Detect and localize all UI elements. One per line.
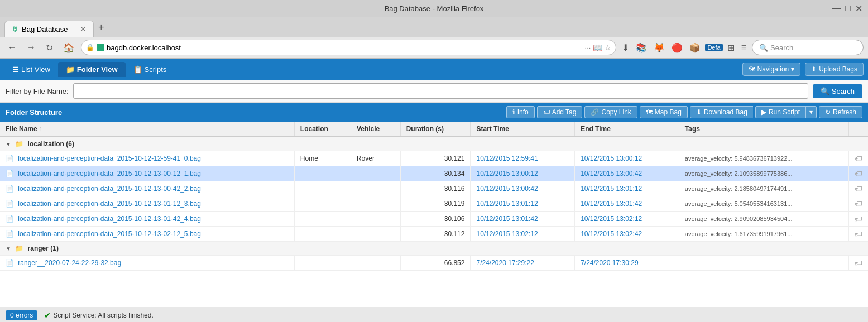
tag-action-icon[interactable]: 🏷 <box>855 214 862 223</box>
tag-action-cell[interactable]: 🏷 <box>849 166 869 181</box>
browser-search-box[interactable]: 🔍 Search <box>752 40 864 55</box>
minimize-button[interactable]: — <box>832 3 841 14</box>
end-time-cell: 10/12/2015 13:00:42 <box>575 166 679 181</box>
tag-action-cell[interactable]: 🏷 <box>849 212 869 227</box>
tag-action-icon[interactable]: 🏷 <box>855 184 862 193</box>
map-bag-button[interactable]: 🗺 Map Bag <box>640 106 688 118</box>
browser-tab[interactable]: 🛢 Bag Database ✕ <box>4 21 94 37</box>
add-tag-button[interactable]: 🏷 Add Tag <box>537 106 583 118</box>
list-view-label: List View <box>21 65 50 74</box>
file-name-cell[interactable]: 📄 ranger__2020-07-24-22-29-32.bag <box>0 256 294 271</box>
extension4-icon[interactable]: Defa <box>705 44 722 51</box>
tab-bar: 🛢 Bag Database ✕ + <box>0 17 868 37</box>
file-name-cell[interactable]: 📄 localization-and-perception-data_2015-… <box>0 181 294 196</box>
extension3-icon[interactable]: 📦 <box>687 41 703 54</box>
file-name-cell[interactable]: 📄 localization-and-perception-data_2015-… <box>0 196 294 212</box>
extension2-icon[interactable]: 🔴 <box>669 41 685 54</box>
extension1-icon[interactable]: 🦊 <box>651 41 667 54</box>
table-row[interactable]: 📄 localization-and-perception-data_2015-… <box>0 196 868 212</box>
tag-action-icon[interactable]: 🏷 <box>855 154 862 163</box>
file-name-cell[interactable]: 📄 localization-and-perception-data_2015-… <box>0 212 294 227</box>
copy-link-button[interactable]: 🔗 Copy Link <box>584 106 637 118</box>
tab-icon: 🛢 <box>12 25 18 33</box>
bookmarks-icon[interactable]: 📚 <box>634 41 649 54</box>
tag-action-cell[interactable]: 🏷 <box>849 196 869 212</box>
file-name-cell[interactable]: 📄 localization-and-perception-data_2015-… <box>0 166 294 181</box>
folder-chevron[interactable]: ▼ <box>6 246 11 252</box>
tag-action-cell[interactable]: 🏷 <box>849 256 869 271</box>
col-end-time[interactable]: End Time <box>575 122 679 137</box>
tab-list-view[interactable]: ☰ List View <box>4 62 58 77</box>
col-vehicle[interactable]: Vehicle <box>351 122 400 137</box>
file-name-cell[interactable]: 📄 localization-and-perception-data_2015-… <box>0 151 294 166</box>
reader-icon[interactable]: 📖 <box>593 43 602 52</box>
reload-button[interactable]: ↻ <box>42 41 56 54</box>
check-icon: ✔ <box>44 311 51 320</box>
tag-action-cell[interactable]: 🏷 <box>849 181 869 196</box>
download-icon[interactable]: ⬇ <box>620 41 631 54</box>
url-bar[interactable]: 🔒 bagdb.docker.localhost ··· 📖 ☆ <box>81 40 616 55</box>
table-header-row: File Name ↑ Location Vehicle Duration (s… <box>0 122 868 137</box>
close-button[interactable]: ✕ <box>855 3 862 14</box>
tag-action-icon[interactable]: 🏷 <box>855 199 862 208</box>
tab-folder-view[interactable]: 📁 Folder View <box>58 62 126 77</box>
search-button[interactable]: 🔍 Search <box>813 84 862 98</box>
tags-cell: average_velocity: 2.18580497174491... <box>679 181 848 196</box>
search-btn-icon: 🔍 <box>821 87 829 95</box>
run-script-button[interactable]: ▶ Run Script <box>755 106 805 118</box>
url-more-button[interactable]: ··· <box>585 44 591 52</box>
folder-structure-title: Folder Structure <box>6 108 504 117</box>
table-row[interactable]: 📄 localization-and-perception-data_2015-… <box>0 227 868 242</box>
folder-cell: ▼ 📁 localization (6) <box>0 137 868 151</box>
table-row[interactable]: 📄 localization-and-perception-data_2015-… <box>0 181 868 196</box>
start-time-cell: 10/12/2015 13:00:12 <box>471 166 575 181</box>
shield-icon: 🔒 <box>86 44 94 51</box>
folder-icon: 📁 <box>15 244 23 252</box>
folder-chevron[interactable]: ▼ <box>6 141 11 147</box>
col-tags[interactable]: Tags <box>679 122 848 137</box>
tag-action-cell[interactable]: 🏷 <box>849 227 869 242</box>
tag-action-icon[interactable]: 🏷 <box>855 169 862 178</box>
start-time-cell: 10/12/2015 13:00:42 <box>471 181 575 196</box>
duration-cell: 30.116 <box>400 181 471 196</box>
col-location[interactable]: Location <box>294 122 351 137</box>
table-row[interactable]: 📄 localization-and-perception-data_2015-… <box>0 151 868 166</box>
col-filename[interactable]: File Name ↑ <box>0 122 294 137</box>
menu-icon[interactable]: ≡ <box>739 41 749 54</box>
table-row[interactable]: 📄 ranger__2020-07-24-22-29-32.bag 66.852… <box>0 256 868 271</box>
filter-input[interactable] <box>73 83 808 99</box>
file-name-cell[interactable]: 📄 localization-and-perception-data_2015-… <box>0 227 294 242</box>
col-duration[interactable]: Duration (s) <box>400 122 471 137</box>
download-bag-button[interactable]: ⬇ Download Bag <box>690 106 753 118</box>
bookmark-icon[interactable]: ☆ <box>605 44 611 52</box>
tag-action-icon[interactable]: 🏷 <box>855 258 862 267</box>
maximize-button[interactable]: □ <box>845 3 851 14</box>
table-row[interactable]: 📄 localization-and-perception-data_2015-… <box>0 212 868 227</box>
back-button[interactable]: ← <box>4 41 20 54</box>
folder-row[interactable]: ▼ 📁 ranger (1) <box>0 242 868 256</box>
navigation-label: Navigation <box>757 65 789 73</box>
home-button[interactable]: 🏠 <box>60 41 78 54</box>
error-badge[interactable]: 0 errors <box>6 310 37 320</box>
tags-cell: average_velocity: 5.94836736713922... <box>679 151 848 166</box>
file-table: File Name ↑ Location Vehicle Duration (s… <box>0 122 868 271</box>
navigation-button[interactable]: 🗺 Navigation ▾ <box>742 63 801 76</box>
info-button[interactable]: ℹ Info <box>506 106 535 118</box>
forward-button[interactable]: → <box>23 41 39 54</box>
tag-action-icon[interactable]: 🏷 <box>855 229 862 238</box>
tag-action-cell[interactable]: 🏷 <box>849 151 869 166</box>
vehicle-cell <box>351 256 400 271</box>
col-start-time[interactable]: Start Time <box>471 122 575 137</box>
extensions-icon[interactable]: ⊞ <box>725 41 737 54</box>
upload-bags-button[interactable]: ⬆ Upload Bags <box>805 63 864 76</box>
vehicle-cell <box>351 212 400 227</box>
new-tab-button[interactable]: + <box>94 20 109 36</box>
table-row[interactable]: 📄 localization-and-perception-data_2015-… <box>0 166 868 181</box>
tab-close-button[interactable]: ✕ <box>80 25 87 33</box>
refresh-button[interactable]: ↻ Refresh <box>819 106 862 118</box>
window-controls[interactable]: — □ ✕ <box>832 3 862 14</box>
folder-row[interactable]: ▼ 📁 localization (6) <box>0 137 868 151</box>
tab-scripts[interactable]: 📋 Scripts <box>126 62 175 77</box>
run-script-dropdown[interactable]: ▾ <box>805 106 817 118</box>
file-icon: 📄 <box>6 185 14 193</box>
